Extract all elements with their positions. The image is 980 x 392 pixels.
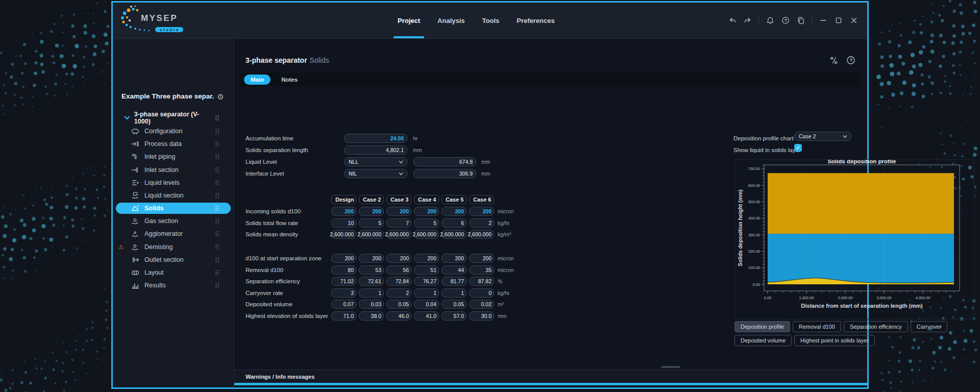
warnings-bar[interactable]: Warnings / Info messages bbox=[234, 370, 867, 383]
table-cell-input[interactable]: 0.05 bbox=[386, 300, 411, 309]
drag-handle-icon[interactable] bbox=[214, 166, 220, 174]
sidebar-item-layout[interactable]: Layout bbox=[116, 267, 231, 278]
drag-handle-icon[interactable] bbox=[214, 230, 220, 237]
table-cell-input[interactable]: 6 bbox=[442, 218, 467, 228]
table-cell-input[interactable]: 76.27 bbox=[414, 277, 439, 286]
rating-design-toggle-icon[interactable]: RD bbox=[829, 55, 840, 65]
table-cell-input[interactable]: 2,600.000 bbox=[386, 230, 411, 239]
table-cell-input[interactable]: 71.02 bbox=[331, 277, 356, 286]
drag-handle-icon[interactable] bbox=[214, 140, 220, 148]
column-header-case3[interactable]: Case 3 bbox=[386, 195, 411, 204]
undo-button[interactable] bbox=[728, 16, 737, 25]
menu-item-analysis[interactable]: Analysis bbox=[437, 3, 464, 38]
menu-item-project[interactable]: Project bbox=[398, 3, 420, 38]
table-cell-input[interactable]: 2 bbox=[469, 218, 494, 228]
sidebar-item-gas-section[interactable]: GGas section bbox=[116, 215, 231, 227]
table-cell-input[interactable]: 38.0 bbox=[359, 311, 384, 321]
table-cell-input[interactable]: 1 bbox=[414, 288, 439, 298]
sidebar-item-demisting[interactable]: ⚠DDemisting bbox=[116, 241, 231, 253]
chart-tab-deposition-profile[interactable]: Deposition profile bbox=[734, 321, 790, 332]
sidebar-item-configuration[interactable]: Configuration bbox=[116, 126, 231, 137]
sidebar-item-process-data[interactable]: Process data bbox=[116, 138, 231, 150]
bell-button[interactable] bbox=[766, 16, 774, 25]
table-cell-input[interactable]: 2,600.000 bbox=[359, 230, 384, 239]
table-cell-input[interactable]: 5 bbox=[359, 218, 384, 228]
show-liquid-checkbox[interactable]: ✓ bbox=[794, 144, 802, 152]
table-cell-input[interactable]: 2,600.000 bbox=[331, 230, 356, 239]
form-select[interactable]: NIL bbox=[344, 169, 407, 178]
menu-item-preferences[interactable]: Preferences bbox=[517, 3, 554, 38]
table-cell-input[interactable]: 200 bbox=[442, 207, 467, 216]
table-cell-input[interactable]: 200 bbox=[469, 207, 494, 216]
drag-handle-icon[interactable] bbox=[214, 243, 220, 251]
table-cell-input[interactable]: 0.02 bbox=[469, 300, 494, 309]
table-cell-input[interactable]: 200 bbox=[359, 207, 384, 216]
drag-handle-icon[interactable] bbox=[214, 256, 220, 263]
table-cell-input[interactable]: 200 bbox=[386, 207, 411, 216]
table-cell-input[interactable]: 72.61 bbox=[359, 277, 384, 286]
table-cell-input[interactable]: 44 bbox=[442, 265, 467, 275]
table-cell-input[interactable]: 56 bbox=[386, 265, 411, 275]
column-header-design[interactable]: Design bbox=[331, 195, 356, 204]
chart-tab-removal-d100[interactable]: Removal d100 bbox=[793, 321, 841, 332]
tab-main[interactable]: Main bbox=[244, 75, 271, 85]
table-cell-input[interactable]: 0.03 bbox=[359, 300, 384, 309]
deposition-case-select[interactable]: Case 2 bbox=[794, 132, 851, 141]
redo-button[interactable] bbox=[743, 16, 752, 25]
gear-icon[interactable]: ⚙ bbox=[215, 92, 226, 102]
sidebar-item-outlet-section[interactable]: Outlet section bbox=[116, 254, 231, 265]
copy-button[interactable] bbox=[796, 16, 805, 25]
column-header-case2[interactable]: Case 2 bbox=[359, 195, 384, 204]
sidebar-item-liquid-levels[interactable]: Liquid levels bbox=[116, 177, 231, 188]
table-cell-input[interactable]: 80 bbox=[331, 265, 356, 275]
table-cell-input[interactable]: 2 bbox=[386, 288, 411, 298]
help-icon[interactable]: ? bbox=[846, 55, 856, 65]
table-cell-input[interactable]: 41.0 bbox=[414, 311, 439, 321]
drag-handle-icon[interactable] bbox=[214, 217, 220, 225]
table-cell-input[interactable]: 2,600.000 bbox=[469, 230, 494, 239]
chart-tab-deposited-volume[interactable]: Deposited volume bbox=[734, 335, 792, 346]
drag-handle-icon[interactable] bbox=[214, 114, 220, 121]
table-cell-input[interactable]: 1 bbox=[359, 288, 384, 298]
panel-resize-handle[interactable] bbox=[661, 366, 680, 368]
table-cell-input[interactable]: 0 bbox=[469, 288, 494, 298]
form-select[interactable]: NLL bbox=[344, 157, 407, 166]
form-input[interactable]: 306.9 bbox=[413, 169, 476, 178]
table-cell-input[interactable]: 2,600.000 bbox=[442, 230, 467, 239]
table-cell-input[interactable]: 200 bbox=[469, 254, 494, 263]
table-cell-input[interactable]: 10 bbox=[331, 218, 356, 228]
table-cell-input[interactable]: 0.07 bbox=[331, 300, 356, 309]
drag-handle-icon[interactable] bbox=[214, 153, 220, 160]
chart-tab-carryover[interactable]: Carryover bbox=[911, 321, 947, 332]
form-input[interactable]: 24.00 bbox=[344, 134, 407, 143]
table-cell-input[interactable]: 71.0 bbox=[331, 311, 356, 321]
column-header-case5[interactable]: Case 5 bbox=[442, 195, 467, 204]
table-cell-input[interactable]: 46.0 bbox=[386, 311, 411, 321]
table-cell-input[interactable]: 35 bbox=[469, 265, 494, 275]
table-cell-input[interactable]: 5 bbox=[414, 218, 439, 228]
table-cell-input[interactable]: 72.84 bbox=[386, 277, 411, 286]
table-cell-input[interactable]: 51 bbox=[414, 265, 439, 275]
sidebar-vessel-node[interactable]: 3-phase separator (V-1000) bbox=[116, 112, 231, 124]
table-cell-input[interactable]: 200 bbox=[442, 254, 467, 263]
sidebar-item-agglomerator[interactable]: AAgglomerator bbox=[116, 228, 231, 239]
drag-handle-icon[interactable] bbox=[214, 179, 220, 186]
table-cell-input[interactable]: 57.0 bbox=[442, 311, 467, 321]
drag-handle-icon[interactable] bbox=[214, 282, 220, 289]
maximize-button[interactable] bbox=[834, 16, 843, 25]
column-header-case6[interactable]: Case 6 bbox=[469, 195, 494, 204]
table-cell-input[interactable]: 53 bbox=[359, 265, 384, 275]
table-cell-input[interactable]: 1 bbox=[442, 288, 467, 298]
help-button[interactable]: ? bbox=[781, 16, 790, 25]
table-cell-input[interactable]: 200 bbox=[386, 254, 411, 263]
table-cell-input[interactable]: 81.77 bbox=[442, 277, 467, 286]
tab-notes[interactable]: Notes bbox=[275, 75, 304, 85]
chart-tab-separation-efficiency[interactable]: Separation efficiency bbox=[844, 321, 908, 332]
drag-handle-icon[interactable] bbox=[214, 269, 220, 276]
form-input[interactable]: 674.8 bbox=[413, 157, 476, 166]
sidebar-item-solids[interactable]: Solids bbox=[116, 203, 231, 214]
column-header-case4[interactable]: Case 4 bbox=[414, 195, 439, 204]
minimize-button[interactable] bbox=[819, 16, 827, 25]
close-button[interactable] bbox=[849, 16, 858, 25]
table-cell-input[interactable]: 30.0 bbox=[469, 311, 494, 321]
